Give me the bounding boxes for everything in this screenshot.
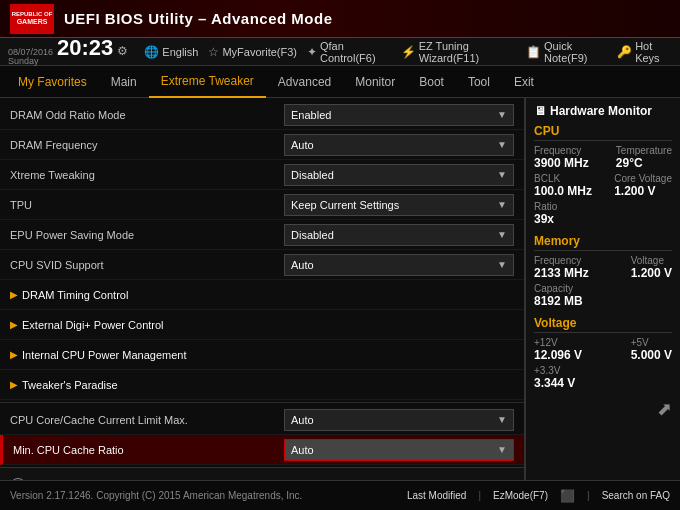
dropdown-arrow: ▼ xyxy=(497,444,507,455)
setting-row-min-cpu-cache[interactable]: Min. CPU Cache Ratio Auto ▼ xyxy=(0,435,524,465)
bios-title: UEFI BIOS Utility – Advanced Mode xyxy=(64,10,332,27)
hw-section-voltage: Voltage +12V 12.096 V +5V 5.000 V +3.3V … xyxy=(534,316,672,390)
eztuning-item[interactable]: ⚡ EZ Tuning Wizard(F11) xyxy=(401,40,516,64)
hotkeys-item[interactable]: 🔑 Hot Keys xyxy=(617,40,672,64)
hw-volt-5-col: +5V 5.000 V xyxy=(631,337,672,362)
setting-val-text-dram-freq: Auto xyxy=(291,139,314,151)
language-item[interactable]: 🌐 English xyxy=(144,45,198,59)
setting-row-cpu-cache[interactable]: CPU Core/Cache Current Limit Max. Auto ▼ xyxy=(0,405,524,435)
setting-value-epu[interactable]: Disabled ▼ xyxy=(284,224,514,246)
tab-advanced[interactable]: Advanced xyxy=(266,66,343,98)
eztuning-label: EZ Tuning Wizard(F11) xyxy=(419,40,516,64)
chevron-right-icon: ▶ xyxy=(10,319,18,330)
setting-value-tpu[interactable]: Keep Current Settings ▼ xyxy=(284,194,514,216)
hw-monitor-title-text: Hardware Monitor xyxy=(550,104,652,118)
hw-ratio-col: Ratio 39x xyxy=(534,201,557,226)
hw-mem-cap-label: Capacity xyxy=(534,283,583,294)
note-icon: 📋 xyxy=(526,45,541,59)
setting-label-tpu: TPU xyxy=(10,199,284,211)
hw-volt-12-col: +12V 12.096 V xyxy=(534,337,582,362)
quicknote-label: Quick Note(F9) xyxy=(544,40,607,64)
footer-divider1: | xyxy=(478,490,481,501)
hw-cpu-freq-label: Frequency xyxy=(534,145,589,156)
hw-bclk-value: 100.0 MHz xyxy=(534,184,592,198)
dropdown-arrow: ▼ xyxy=(497,139,507,150)
setting-value-svid[interactable]: Auto ▼ xyxy=(284,254,514,276)
last-modified-label: Last Modified xyxy=(407,490,466,501)
hw-mem-volt-value: 1.200 V xyxy=(631,266,672,280)
myfavorite-item[interactable]: ☆ MyFavorite(F3) xyxy=(208,45,297,59)
hw-cpu-title: CPU xyxy=(534,124,672,141)
tab-tool[interactable]: Tool xyxy=(456,66,502,98)
dropdown-arrow: ▼ xyxy=(497,169,507,180)
setting-row-dram-odd[interactable]: DRAM Odd Ratio Mode Enabled ▼ xyxy=(0,100,524,130)
ez-mode-button[interactable]: EzMode(F7) xyxy=(493,490,548,501)
tab-extreme[interactable]: Extreme Tweaker xyxy=(149,66,266,98)
separator xyxy=(0,402,524,403)
hw-cpu-bclk-row: BCLK 100.0 MHz Core Voltage 1.200 V xyxy=(534,173,672,198)
section-label-dram-timing: DRAM Timing Control xyxy=(22,289,514,301)
hw-cpu-ratio-row: Ratio 39x xyxy=(534,201,672,226)
hw-cpu-freq-col: Frequency 3900 MHz xyxy=(534,145,589,170)
wizard-icon: ⚡ xyxy=(401,45,416,59)
dropdown-arrow: ▼ xyxy=(497,414,507,425)
dropdown-arrow: ▼ xyxy=(497,109,507,120)
setting-value-dram-freq[interactable]: Auto ▼ xyxy=(284,134,514,156)
setting-row-xtreme[interactable]: Xtreme Tweaking Disabled ▼ xyxy=(0,160,524,190)
myfavorite-label: MyFavorite(F3) xyxy=(222,46,297,58)
hw-mem-cap-row: Capacity 8192 MB xyxy=(534,283,672,308)
setting-row-dram-freq[interactable]: DRAM Frequency Auto ▼ xyxy=(0,130,524,160)
qfan-item[interactable]: ✦ Qfan Control(F6) xyxy=(307,40,391,64)
tab-exit[interactable]: Exit xyxy=(502,66,546,98)
hw-mem-freq-value: 2133 MHz xyxy=(534,266,589,280)
hw-corev-label: Core Voltage xyxy=(614,173,672,184)
chevron-right-icon: ▶ xyxy=(10,289,18,300)
setting-value-min-cpu-cache[interactable]: Auto ▼ xyxy=(284,439,514,461)
hw-mem-freq-col: Frequency 2133 MHz xyxy=(534,255,589,280)
hotkeys-label: Hot Keys xyxy=(635,40,672,64)
setting-val-text-epu: Disabled xyxy=(291,229,334,241)
settings-icon[interactable]: ⚙ xyxy=(117,44,128,58)
status-bar: 08/07/2016 Sunday 20:23 ⚙ 🌐 English ☆ My… xyxy=(0,38,680,66)
section-digi[interactable]: ▶ External Digi+ Power Control xyxy=(0,310,524,340)
hw-section-cpu: CPU Frequency 3900 MHz Temperature 29°C … xyxy=(534,124,672,226)
setting-label-min-cpu-cache: Min. CPU Cache Ratio xyxy=(13,444,284,456)
hw-mem-title: Memory xyxy=(534,234,672,251)
datetime: 08/07/2016 Sunday 20:23 ⚙ xyxy=(8,37,128,66)
hw-mem-volt-label: Voltage xyxy=(631,255,672,266)
hw-ratio-value: 39x xyxy=(534,212,557,226)
search-faq-button[interactable]: Search on FAQ xyxy=(602,490,670,501)
setting-value-cpu-cache[interactable]: Auto ▼ xyxy=(284,409,514,431)
setting-value-dram-odd[interactable]: Enabled ▼ xyxy=(284,104,514,126)
section-dram-timing[interactable]: ▶ DRAM Timing Control xyxy=(0,280,524,310)
quicknote-item[interactable]: 📋 Quick Note(F9) xyxy=(526,40,607,64)
tab-boot[interactable]: Boot xyxy=(407,66,456,98)
hw-ratio-label: Ratio xyxy=(534,201,557,212)
dropdown-arrow: ▼ xyxy=(497,259,507,270)
hw-mem-volt-col: Voltage 1.200 V xyxy=(631,255,672,280)
setting-row-svid[interactable]: CPU SVID Support Auto ▼ xyxy=(0,250,524,280)
chevron-right-icon: ▶ xyxy=(10,379,18,390)
setting-label-xtreme: Xtreme Tweaking xyxy=(10,169,284,181)
qfan-label: Qfan Control(F6) xyxy=(320,40,391,64)
section-cpu-power[interactable]: ▶ Internal CPU Power Management xyxy=(0,340,524,370)
setting-label-epu: EPU Power Saving Mode xyxy=(10,229,284,241)
setting-row-epu[interactable]: EPU Power Saving Mode Disabled ▼ xyxy=(0,220,524,250)
logo-line2: GAMERS xyxy=(17,18,48,26)
hardware-monitor-panel: 🖥 Hardware Monitor CPU Frequency 3900 MH… xyxy=(525,98,680,480)
setting-val-text-svid: Auto xyxy=(291,259,314,271)
tab-main[interactable]: Main xyxy=(99,66,149,98)
language-label: English xyxy=(162,46,198,58)
section-tweakers[interactable]: ▶ Tweaker's Paradise xyxy=(0,370,524,400)
hw-cpu-bclk-col: BCLK 100.0 MHz xyxy=(534,173,592,198)
footer: Version 2.17.1246. Copyright (C) 2015 Am… xyxy=(0,480,680,510)
setting-value-xtreme[interactable]: Disabled ▼ xyxy=(284,164,514,186)
hw-cpu-corev-col: Core Voltage 1.200 V xyxy=(614,173,672,198)
dropdown-arrow: ▼ xyxy=(497,229,507,240)
hw-v33-value: 3.344 V xyxy=(534,376,575,390)
tab-monitor[interactable]: Monitor xyxy=(343,66,407,98)
monitor-icon-footer: ⬛ xyxy=(560,489,575,503)
tab-favorites[interactable]: My Favorites xyxy=(6,66,99,98)
header: REPUBLIC OF GAMERS UEFI BIOS Utility – A… xyxy=(0,0,680,38)
setting-row-tpu[interactable]: TPU Keep Current Settings ▼ xyxy=(0,190,524,220)
